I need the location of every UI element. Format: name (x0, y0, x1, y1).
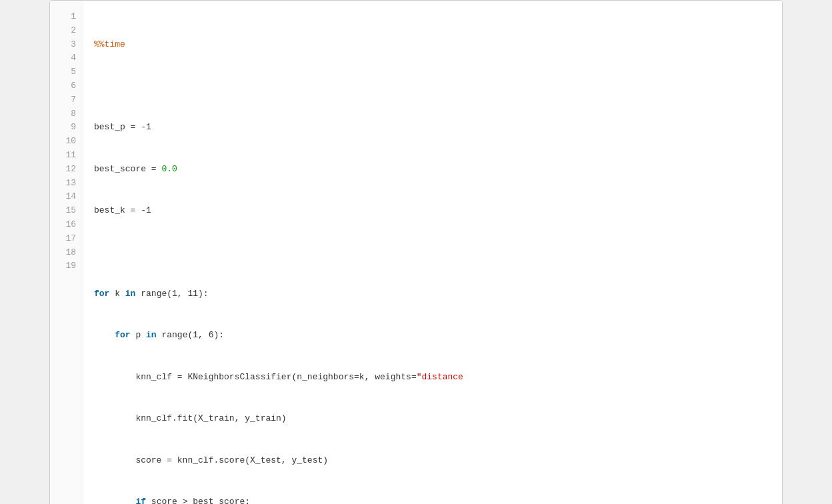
code-line-10: knn_clf.fit(X_train, y_train) (94, 412, 771, 426)
code-line-9: knn_clf = KNeighborsClassifier(n_neighbo… (94, 371, 771, 385)
code-line-6 (94, 246, 771, 260)
code-line-12: if score > best_score: (94, 495, 771, 504)
code-line-7: for k in range(1, 11): (94, 287, 771, 301)
code-line-2 (94, 79, 771, 93)
line-numbers: 1 2 3 4 5 6 7 8 9 10 11 12 13 14 15 16 1… (50, 1, 83, 504)
code-line-3: best_p = -1 (94, 121, 771, 135)
code-line-1: %%time (94, 38, 771, 52)
code-line-11: score = knn_clf.score(X_test, y_test) (94, 454, 771, 468)
code-line-4: best_score = 0.0 (94, 163, 771, 177)
code-line-5: best_k = -1 (94, 204, 771, 218)
code-editor[interactable]: %%time best_p = -1 best_score = 0.0 best… (83, 1, 782, 504)
code-line-8: for p in range(1, 6): (94, 329, 771, 343)
code-cell: 1 2 3 4 5 6 7 8 9 10 11 12 13 14 15 16 1… (50, 1, 782, 504)
notebook-container: 1 2 3 4 5 6 7 8 9 10 11 12 13 14 15 16 1… (49, 0, 783, 504)
